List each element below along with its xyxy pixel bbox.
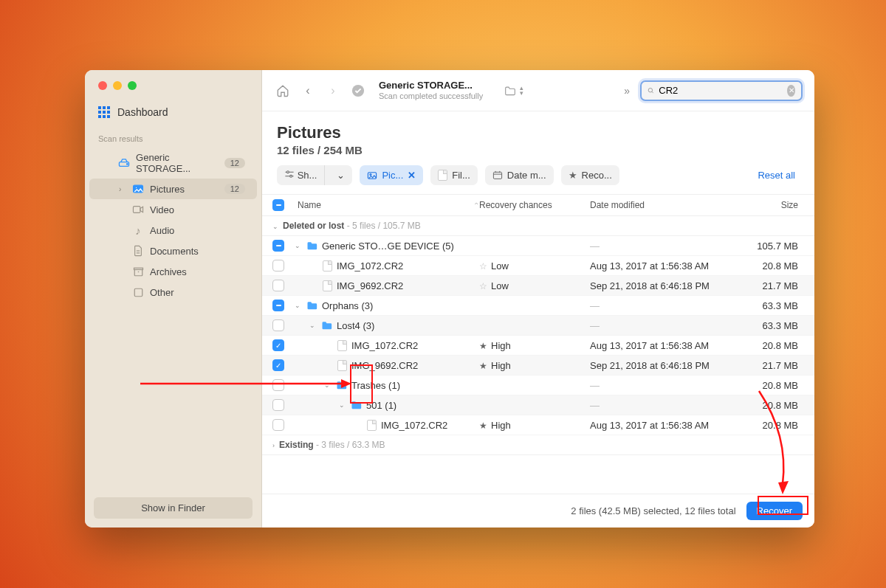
date-cell: Sep 21, 2018 at 6:46:18 PM xyxy=(590,360,745,371)
chevron-down-icon[interactable]: ⌄ xyxy=(293,242,302,249)
chevron-updown-icon: ▴▾ xyxy=(520,86,523,96)
date-cell: — xyxy=(590,241,745,252)
row-checkbox[interactable] xyxy=(272,339,284,351)
file-row[interactable]: IMG_1072.CR2★HighAug 13, 2017 at 1:56:38… xyxy=(262,415,814,435)
file-row[interactable]: IMG_1072.CR2★HighAug 13, 2017 at 1:56:38… xyxy=(262,336,814,356)
file-row[interactable]: IMG_9692.CR2☆LowSep 21, 2018 at 6:46:18 … xyxy=(262,276,814,296)
folder-row[interactable]: ⌄Orphans (3)—63.3 MB xyxy=(262,296,814,316)
sidebar-item-pictures[interactable]: ›Pictures12 xyxy=(89,179,257,199)
folder-row[interactable]: ⌄501 (1)—20.8 MB xyxy=(262,395,814,415)
search-input[interactable] xyxy=(659,85,783,96)
row-checkbox[interactable] xyxy=(272,399,284,411)
filter-pictures[interactable]: Pic... ✕ xyxy=(360,165,423,185)
home-button[interactable] xyxy=(274,82,292,100)
row-name-label: IMG_9692.CR2 xyxy=(337,280,403,291)
sidebar-item-video[interactable]: Video xyxy=(89,199,257,220)
svg-point-12 xyxy=(648,88,652,91)
toolbar: ‹ › Generic STORAGE... Scan completed su… xyxy=(262,70,814,111)
sidebar-item-label: Generic STORAGE... xyxy=(136,152,219,174)
folder-row[interactable]: ⌄Lost4 (3)—63.3 MB xyxy=(262,316,814,336)
recovery-cell: ★High xyxy=(479,340,590,351)
group-deleted-or-lost[interactable]: ⌄Deleted or lost - 5 files / 105.7 MB xyxy=(262,216,814,236)
size-cell: 20.8 MB xyxy=(745,380,804,391)
maximize-window-button[interactable] xyxy=(128,81,137,90)
folder-row[interactable]: ⌄Generic STO…GE DEVICE (5)—105.7 MB xyxy=(262,236,814,256)
minimize-window-button[interactable] xyxy=(113,81,122,90)
size-cell: 63.3 MB xyxy=(745,320,804,331)
svg-line-13 xyxy=(652,91,653,93)
sidebar-item-audio[interactable]: ♪Audio xyxy=(89,220,257,241)
date-cell: Aug 13, 2017 at 1:56:38 AM xyxy=(590,420,745,431)
page-heading: Pictures 12 files / 254 MB xyxy=(262,111,814,165)
search-field[interactable]: ✕ xyxy=(640,80,803,101)
device-title: Generic STORAGE... xyxy=(379,80,483,91)
row-checkbox[interactable] xyxy=(272,319,284,331)
reset-all-link[interactable]: Reset all xyxy=(758,170,800,181)
back-button[interactable]: ‹ xyxy=(299,82,317,100)
row-checkbox[interactable] xyxy=(272,280,284,291)
forward-button[interactable]: › xyxy=(324,82,342,100)
filter-filetype[interactable]: Fil... xyxy=(430,165,478,185)
row-name-label: Generic STO…GE DEVICE (5) xyxy=(322,241,454,252)
chevron-down-icon[interactable]: ⌄ xyxy=(308,322,317,329)
star-icon: ☆ xyxy=(479,281,487,291)
chevron-down-icon[interactable]: ⌄ xyxy=(337,401,346,409)
select-all-checkbox[interactable] xyxy=(272,199,284,211)
row-checkbox[interactable] xyxy=(272,419,284,431)
remove-filter-icon[interactable]: ✕ xyxy=(408,170,416,181)
count-badge: 12 xyxy=(224,158,245,168)
size-cell: 21.7 MB xyxy=(745,280,804,291)
star-icon: ★ xyxy=(569,170,577,181)
group-existing[interactable]: ›Existing - 3 files / 63.3 MB xyxy=(262,435,814,455)
row-name-label: Lost4 (3) xyxy=(337,320,374,331)
file-icon xyxy=(337,360,347,371)
file-row[interactable]: IMG_9692.CR2★HighSep 21, 2018 at 6:46:18… xyxy=(262,356,814,376)
size-cell: 20.8 MB xyxy=(745,340,804,351)
filter-recovery[interactable]: ★ Reco... xyxy=(561,165,619,185)
more-chevron-icon[interactable]: » xyxy=(624,85,630,97)
filter-datemod[interactable]: Date m... xyxy=(485,165,554,185)
svg-point-1 xyxy=(127,164,128,165)
row-checkbox[interactable] xyxy=(272,359,284,371)
app-window: Dashboard Scan results Generic STORAGE..… xyxy=(85,70,814,528)
row-checkbox[interactable] xyxy=(272,260,284,271)
chevron-down-icon[interactable]: ⌄ xyxy=(329,165,352,185)
file-row[interactable]: IMG_1072.CR2☆LowAug 13, 2017 at 1:56:38 … xyxy=(262,256,814,276)
sidebar-item-generic-storage-[interactable]: Generic STORAGE...12 xyxy=(89,148,257,179)
traffic-lights xyxy=(85,70,261,90)
file-icon xyxy=(323,280,332,291)
clear-search-button[interactable]: ✕ xyxy=(787,85,795,97)
page-title: Pictures xyxy=(277,123,800,142)
annotation-arrow-left xyxy=(140,376,354,391)
chevron-down-icon: ⌄ xyxy=(272,223,278,230)
folder-icon xyxy=(504,86,517,96)
svg-point-16 xyxy=(287,171,289,173)
calendar-icon xyxy=(492,170,503,180)
sidebar-item-documents[interactable]: Documents xyxy=(89,241,257,261)
folder-selector[interactable]: ▴▾ xyxy=(504,86,523,96)
folder-icon xyxy=(306,241,317,250)
sidebar-item-other[interactable]: Other xyxy=(89,282,257,302)
column-date[interactable]: Date modified xyxy=(590,200,745,210)
show-in-finder-button[interactable]: Show in Finder xyxy=(94,497,253,519)
column-recovery[interactable]: Recovery chances xyxy=(479,200,590,210)
row-checkbox[interactable] xyxy=(272,300,284,311)
toolbar-title: Generic STORAGE... Scan completed succes… xyxy=(379,80,483,101)
row-checkbox[interactable] xyxy=(272,240,284,252)
column-size[interactable]: Size xyxy=(745,200,804,210)
size-cell: 105.7 MB xyxy=(745,241,804,252)
dashboard-link[interactable]: Dashboard xyxy=(85,90,261,130)
date-cell: — xyxy=(590,380,745,391)
date-cell: — xyxy=(590,320,745,331)
filter-show[interactable]: Sh... ⌄ xyxy=(277,165,352,185)
star-icon: ★ xyxy=(479,341,487,351)
drive-icon xyxy=(118,157,130,169)
sidebar-item-archives[interactable]: Archives xyxy=(89,261,257,282)
recovery-cell: ★High xyxy=(479,420,590,431)
chevron-right-icon: › xyxy=(272,442,275,449)
chevron-down-icon[interactable]: ⌄ xyxy=(293,302,302,309)
svg-point-3 xyxy=(135,187,137,188)
table-header: Name⌃ Recovery chances Date modified Siz… xyxy=(262,194,814,216)
close-window-button[interactable] xyxy=(98,81,107,90)
column-name[interactable]: Name⌃ xyxy=(293,200,479,210)
